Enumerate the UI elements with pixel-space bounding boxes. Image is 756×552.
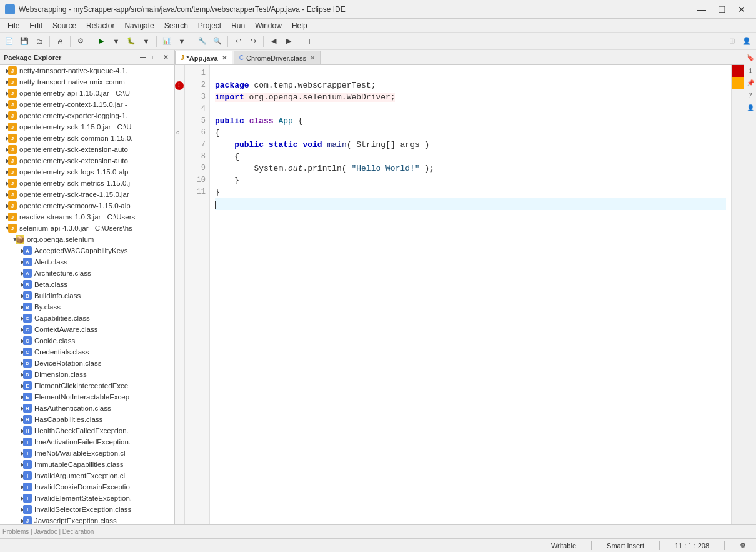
tab-chromedriver[interactable]: C ChromeDriver.class ✕ <box>234 51 321 64</box>
menu-file[interactable]: File <box>2 19 24 32</box>
toolbar-nav-next[interactable]: ▶ <box>282 34 296 48</box>
toolbar-properties[interactable]: ⚙ <box>74 34 87 48</box>
tree-item-accepted-keys[interactable]: ▶ A AcceptedW3CCapabilityKeys <box>0 245 174 256</box>
toolbar-search[interactable]: 🔍 <box>211 34 224 48</box>
tree-item-elementclick[interactable]: ▶ E ElementClickInterceptedExce <box>0 380 174 391</box>
tree-item-healthcheck[interactable]: ▶ H HealthCheckFailedException. <box>0 425 174 436</box>
tab-chromedriver-close[interactable]: ✕ <box>310 54 315 61</box>
tree-arrow: ▶ <box>0 178 7 189</box>
menu-search[interactable]: Search <box>159 19 193 32</box>
toolbar-save-all[interactable]: 🗂 <box>32 34 46 48</box>
toolbar-run-dropdown[interactable]: ▼ <box>109 34 123 48</box>
tree-item-otel-sdk[interactable]: ▶ J opentelemetry-sdk-1.15.0.jar - C:\U <box>0 121 174 133</box>
menu-project[interactable]: Project <box>193 19 226 32</box>
tab-app-java-close[interactable]: ✕ <box>222 54 227 61</box>
right-icon-pin[interactable]: 📌 <box>745 78 755 88</box>
tree-item-otel-context[interactable]: ▶ J opentelemetry-context-1.15.0.jar - <box>0 99 174 110</box>
tree-item-otel-semconv[interactable]: ▶ J opentelemetry-semconv-1.15.0-alp <box>0 200 174 211</box>
menu-run[interactable]: Run <box>226 19 250 32</box>
tree-label: HealthCheckFailedException. <box>34 427 129 434</box>
tree-item-by[interactable]: ▶ B By.class <box>0 301 174 313</box>
tree-item-otel-sdk-ext2[interactable]: ▶ J opentelemetry-sdk-extension-auto <box>0 155 174 166</box>
right-icon-info[interactable]: ℹ <box>745 65 755 75</box>
tree-item-otel-exporter[interactable]: ▶ J opentelemetry-exporter-logging-1. <box>0 110 174 121</box>
menu-source[interactable]: Source <box>47 19 81 32</box>
right-icon-bookmark[interactable]: 🔖 <box>745 53 755 63</box>
toolbar-ext[interactable]: 🔧 <box>196 34 209 48</box>
toolbar-run[interactable]: ▶ <box>94 34 108 48</box>
toolbar-user[interactable]: 👤 <box>740 34 754 48</box>
tree-item-otel-sdk-logs[interactable]: ▶ J opentelemetry-sdk-logs-1.15.0-alp <box>0 166 174 178</box>
tree-item-otel-sdk-common[interactable]: ▶ J opentelemetry-sdk-common-1.15.0. <box>0 133 174 144</box>
toolbar-open-type[interactable]: T <box>302 34 316 48</box>
status-settings[interactable]: ⚙ <box>735 541 751 549</box>
tree-arrow: ▶ <box>0 133 7 144</box>
explorer-tree[interactable]: ▶ J netty-transport-native-kqueue-4.1. ▶… <box>0 65 174 524</box>
toolbar-print[interactable]: 🖨 <box>53 34 67 48</box>
tree-item-beta[interactable]: ▶ B Beta.class <box>0 279 174 290</box>
toolbar-coverage[interactable]: 📊 <box>160 34 174 48</box>
close-button[interactable]: ✕ <box>732 3 751 16</box>
toolbar-debug-dropdown[interactable]: ▼ <box>139 34 153 48</box>
tree-item-netty-unix[interactable]: ▶ J netty-transport-native-unix-comm <box>0 76 174 88</box>
tree-item-architecture[interactable]: ▶ A Architecture.class <box>0 268 174 279</box>
tree-item-invalidselector[interactable]: ▶ I InvalidSelectorException.class <box>0 504 174 515</box>
menu-refactor[interactable]: Refactor <box>81 19 119 32</box>
tree-item-contextaware[interactable]: ▶ C ContextAware.class <box>0 324 174 335</box>
tree-item-invalidcookie[interactable]: ▶ I InvalidCookieDomainExceptio <box>0 481 174 493</box>
explorer-maximize-icon[interactable]: □ <box>149 53 159 63</box>
tab-app-java[interactable]: J *App.java ✕ <box>175 51 232 64</box>
tree-arrow: ▶ <box>0 65 7 76</box>
tree-item-capabilities[interactable]: ▶ C Capabilities.class <box>0 313 174 324</box>
tree-item-imenotavail[interactable]: ▶ I ImeNotAvailableException.cl <box>0 448 174 459</box>
tree-item-otel-sdk-metrics[interactable]: ▶ J opentelemetry-sdk-metrics-1.15.0.j <box>0 178 174 189</box>
toolbar-undo[interactable]: ↩ <box>231 34 245 48</box>
jar-icon: J <box>7 212 17 222</box>
tree-item-invalidelement[interactable]: ▶ I InvalidElementStateException. <box>0 493 174 504</box>
menu-window[interactable]: Window <box>250 19 287 32</box>
tree-item-invalidarg[interactable]: ▶ I InvalidArgumentException.cl <box>0 470 174 481</box>
toolbar-debug[interactable]: 🐛 <box>124 34 138 48</box>
tree-item-imeactivation[interactable]: ▶ I ImeActivationFailedException. <box>0 436 174 448</box>
tree-label: Alert.class <box>34 258 67 266</box>
toolbar-perspectives[interactable]: ⊞ <box>725 34 739 48</box>
tree-item-cookie[interactable]: ▶ C Cookie.class <box>0 335 174 346</box>
toolbar-redo[interactable]: ↪ <box>246 34 260 48</box>
tree-item-alert[interactable]: ▶ A Alert.class <box>0 256 174 268</box>
minimize-button[interactable]: — <box>692 3 711 16</box>
line-num-10: 10 <box>190 174 206 186</box>
toolbar-nav-prev[interactable]: ◀ <box>267 34 281 48</box>
toolbar-save[interactable]: 💾 <box>17 34 31 48</box>
tree-item-credentials[interactable]: ▶ C Credentials.class <box>0 346 174 358</box>
tree-item-hascap[interactable]: ▶ H HasCapabilities.class <box>0 414 174 425</box>
maximize-button[interactable]: ☐ <box>712 3 731 16</box>
explorer-minimize-icon[interactable]: — <box>138 53 148 63</box>
tree-item-hasauth[interactable]: ▶ H HasAuthentication.class <box>0 403 174 414</box>
tree-arrow: ▶ <box>0 448 22 459</box>
tree-arrow: ▶ <box>0 166 7 178</box>
toolbar-new[interactable]: 📄 <box>2 34 16 48</box>
menu-edit[interactable]: Edit <box>24 19 47 32</box>
tree-item-buildinfo[interactable]: ▶ B BuildInfo.class <box>0 290 174 301</box>
right-icon-person[interactable]: 👤 <box>745 103 755 113</box>
toolbar-coverage-dropdown[interactable]: ▼ <box>175 34 189 48</box>
tree-item-elementnotinteractable[interactable]: ▶ E ElementNotInteractableExcep <box>0 391 174 403</box>
tree-label: netty-transport-native-unix-comm <box>19 78 125 86</box>
tree-item-otel-api[interactable]: ▶ J opentelemetry-api-1.15.0.jar - C:\U <box>0 88 174 99</box>
tree-item-javascript[interactable]: ▶ J JavascriptException.class <box>0 515 174 524</box>
tree-item-reactive[interactable]: ▶ J reactive-streams-1.0.3.jar - C:\User… <box>0 211 174 223</box>
code-editor[interactable]: ! ⊖ 1 2 3 4 5 6 7 8 9 10 11 <box>175 65 744 524</box>
tree-item-devicerotation[interactable]: ▶ D DeviceRotation.class <box>0 358 174 369</box>
tree-item-otel-sdk-ext1[interactable]: ▶ J opentelemetry-sdk-extension-auto <box>0 144 174 155</box>
menu-navigate[interactable]: Navigate <box>119 19 159 32</box>
explorer-close-icon[interactable]: ✕ <box>161 53 171 63</box>
menu-help[interactable]: Help <box>287 19 312 32</box>
tree-item-immutablecap[interactable]: ▶ I ImmutableCapabilities.class <box>0 459 174 470</box>
tree-item-selenium-api[interactable]: ▼ J selenium-api-4.3.0.jar - C:\Users\hs <box>0 223 174 234</box>
right-icon-help[interactable]: ? <box>745 90 755 100</box>
code-content[interactable]: package com.temp.webscrapperTest; import… <box>210 65 731 524</box>
tree-item-netty-kqueue[interactable]: ▶ J netty-transport-native-kqueue-4.1. <box>0 65 174 76</box>
tree-item-otel-sdk-trace[interactable]: ▶ J opentelemetry-sdk-trace-1.15.0.jar <box>0 189 174 200</box>
tree-item-org-openqa[interactable]: ▼ 📦 org.openqa.selenium <box>0 234 174 245</box>
tree-item-dimension[interactable]: ▶ D Dimension.class <box>0 369 174 380</box>
